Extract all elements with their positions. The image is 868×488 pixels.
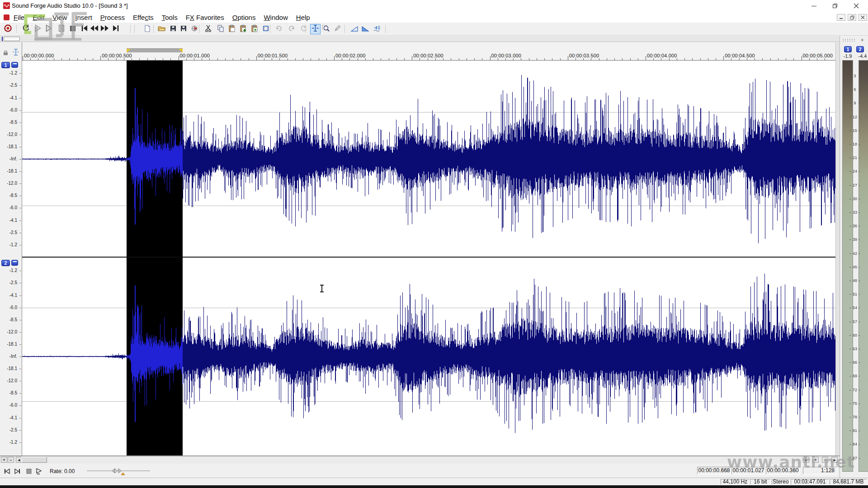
go-to-start-button[interactable] — [3, 467, 12, 475]
trim-button[interactable] — [260, 24, 271, 34]
restore-button[interactable] — [827, 0, 843, 12]
save-as-button[interactable]: ? — [178, 24, 189, 34]
selection-range-bar[interactable] — [127, 48, 183, 52]
horizontal-scrollbar[interactable]: + – ◂ ▸ + – ▸ — [0, 456, 840, 464]
undo-button[interactable] — [274, 24, 284, 34]
channel-1-minimize-button[interactable] — [11, 62, 18, 68]
panel-grip[interactable] — [847, 39, 848, 40]
copy-icon — [217, 25, 224, 34]
edit-tool-button[interactable] — [310, 24, 321, 34]
ruler-tick — [638, 58, 638, 60]
vertical-scrollbar[interactable] — [835, 42, 840, 456]
go-to-end-button[interactable] — [13, 467, 22, 475]
pencil-button[interactable] — [332, 24, 342, 34]
channel-2-badge[interactable]: 2 — [1, 260, 10, 266]
save-button[interactable] — [168, 24, 178, 34]
meter-scale-tick — [859, 158, 860, 158]
overview-view-box[interactable] — [4, 37, 20, 41]
meter-scale-tick — [859, 335, 860, 336]
panel-grip[interactable] — [852, 41, 853, 42]
selection-strip[interactable] — [22, 42, 835, 52]
ruler-tick — [490, 56, 491, 60]
menu-effects[interactable]: Effects — [129, 12, 158, 23]
forward-button[interactable] — [99, 24, 110, 34]
time-ruler[interactable]: 00:00:00.00000:00:00.50000:00:01.00000:0… — [22, 52, 835, 61]
meter-scale-label: 45 — [852, 265, 858, 269]
play-button[interactable] — [43, 24, 54, 34]
mdi-restore-button[interactable] — [848, 14, 856, 21]
cut-button[interactable] — [203, 24, 213, 34]
mdi-close-button[interactable] — [859, 14, 867, 21]
status-sample-rate: 44,100 Hz — [721, 479, 750, 485]
go-to-end-button[interactable] — [110, 24, 121, 34]
magnify-button[interactable] — [321, 24, 331, 34]
publish-button[interactable] — [189, 24, 200, 34]
menu-edit[interactable]: Edit — [28, 12, 48, 23]
channel-1-badge[interactable]: 1 — [1, 62, 10, 68]
ruler-tick — [739, 58, 740, 60]
volume-button[interactable] — [372, 24, 382, 34]
panel-grip[interactable] — [843, 39, 844, 40]
menu-options[interactable]: Options — [228, 12, 260, 23]
loop-playback-button[interactable] — [21, 24, 31, 34]
meter-close-icon[interactable]: x — [861, 38, 863, 42]
ruler-tick — [61, 58, 62, 60]
stop-button[interactable] — [67, 24, 78, 34]
fade-in-button[interactable] — [349, 24, 360, 34]
rewind-button[interactable] — [89, 24, 99, 34]
paste-button[interactable] — [226, 24, 237, 34]
open-button[interactable] — [156, 24, 167, 34]
db-tick — [19, 442, 21, 443]
readout-selection-start[interactable]: 00:00:00.668 — [697, 467, 731, 474]
copy-button[interactable] — [215, 24, 226, 34]
close-button[interactable] — [849, 0, 864, 12]
panel-grip[interactable] — [849, 41, 850, 42]
meter-scale-label: 9 — [852, 101, 858, 105]
redo-button[interactable] — [286, 24, 297, 34]
ruler-tick — [599, 58, 599, 60]
minimize-button[interactable] — [806, 0, 821, 12]
meter-scale-tick — [859, 431, 860, 431]
stop-button[interactable] — [24, 467, 33, 475]
panel-grip[interactable] — [854, 39, 855, 40]
panel-grip[interactable] — [845, 39, 846, 40]
panel-grip[interactable] — [847, 41, 848, 42]
repeat-button[interactable] — [298, 24, 309, 34]
scrollbar-thumb[interactable] — [22, 457, 47, 463]
fade-out-button[interactable] — [360, 24, 371, 34]
db-label: -8.5 — [0, 193, 17, 198]
menu-window[interactable]: Window — [259, 12, 292, 23]
menu-process[interactable]: Process — [96, 12, 129, 23]
mdi-minimize-button[interactable] — [837, 14, 845, 21]
db-tick — [19, 332, 21, 333]
pause-button[interactable] — [56, 24, 66, 34]
paste-special-button[interactable] — [238, 24, 248, 34]
channel-2-minimize-button[interactable] — [11, 260, 18, 266]
menu-view[interactable]: View — [48, 12, 71, 23]
ruler-tick — [334, 56, 335, 60]
record-button[interactable] — [3, 24, 13, 34]
zoom-out-time-button[interactable]: – — [8, 457, 14, 463]
overview-bar[interactable] — [0, 36, 868, 42]
panel-grip[interactable] — [843, 41, 844, 42]
panel-grip[interactable] — [849, 39, 850, 40]
scroll-left-button[interactable]: ◂ — [16, 457, 22, 463]
waveform-display[interactable] — [22, 61, 835, 456]
new-button[interactable] — [142, 24, 152, 34]
paste-to-new-button[interactable] — [249, 24, 259, 34]
panel-grip[interactable] — [852, 39, 853, 40]
ruler-tick — [342, 58, 342, 60]
menu-insert[interactable]: Insert — [71, 12, 96, 23]
menu-tools[interactable]: Tools — [158, 12, 182, 23]
menu-file[interactable]: File — [9, 12, 28, 23]
panel-grip[interactable] — [854, 41, 855, 42]
menu-help[interactable]: Help — [292, 12, 314, 23]
zoom-in-time-button[interactable]: + — [1, 457, 7, 463]
toolbar-separator — [270, 25, 270, 33]
rate-slider[interactable] — [87, 467, 150, 475]
panel-grip[interactable] — [845, 41, 846, 42]
menu-fx-favorites[interactable]: FX Favorites — [182, 12, 228, 23]
play-button[interactable] — [34, 467, 43, 475]
db-label: -6.0 — [0, 305, 17, 310]
play-all-button[interactable] — [33, 24, 43, 34]
